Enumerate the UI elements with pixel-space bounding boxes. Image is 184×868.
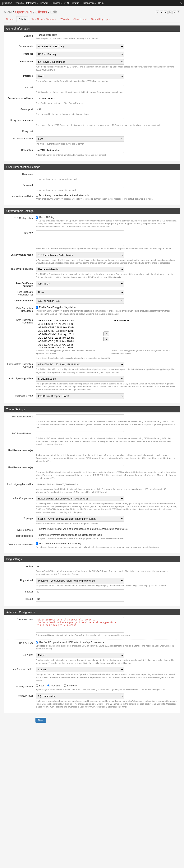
udp-fast-checkbox[interactable]	[36, 641, 38, 644]
menu-services[interactable]: Services	[52, 2, 62, 4]
menu-vpn[interactable]: VPN	[64, 2, 70, 4]
menu-help[interactable]: Help	[98, 2, 104, 4]
menu-diagnostics[interactable]: Diagnostics	[83, 2, 96, 4]
tos-checkbox[interactable]	[36, 528, 38, 530]
add-alg-button[interactable]: »	[103, 332, 109, 336]
no-pull-checkbox[interactable]	[36, 534, 38, 536]
proxy-port-input[interactable]	[36, 129, 124, 134]
disabled-checkbox[interactable]	[36, 34, 38, 36]
ipv6-remote-input[interactable]	[36, 465, 124, 470]
tls-key-textarea[interactable]	[36, 230, 124, 246]
save-button[interactable]: Save	[35, 718, 46, 723]
server-mode-select[interactable]: Peer to Peer ( SSL/TLS )	[36, 44, 124, 49]
ping-method-select[interactable]: keepalive -- Use keepalive helper to def…	[36, 578, 124, 584]
local-port-input[interactable]	[36, 85, 124, 90]
gateway-ipv6-radio[interactable]	[64, 684, 66, 687]
device-mode-select[interactable]: tun - Layer 3 Tunnel Mode	[36, 59, 124, 65]
ipv4-tunnel-input[interactable]	[36, 414, 124, 419]
compression-select[interactable]: Refuse any non-stub compression (Most se…	[36, 496, 124, 501]
proxy-auth-select[interactable]: none	[36, 136, 124, 142]
menu-status[interactable]: Status	[72, 2, 80, 4]
username-input[interactable]	[36, 172, 124, 177]
logout-icon[interactable]: ↪	[180, 2, 182, 4]
menu-interfaces[interactable]: Interfaces	[26, 2, 38, 4]
interval-input[interactable]	[36, 589, 124, 594]
auth-retry-checkbox[interactable]	[36, 194, 38, 196]
peer-crl-select[interactable]: None	[36, 290, 124, 295]
tab-cso[interactable]: Client Specific Overrides	[28, 16, 58, 22]
inactive-input[interactable]	[36, 564, 124, 569]
help-icon[interactable]: ?	[177, 10, 180, 14]
crumb-vpn: VPN	[4, 10, 12, 14]
available-algorithms-list[interactable]: AES-128-CBC (128 bit key, 128 bit block)…	[36, 318, 74, 348]
section-ping: Ping settings	[4, 556, 180, 562]
protocol-select[interactable]: UDP on IPv4 only	[36, 52, 124, 57]
section-general: General Information	[4, 26, 180, 32]
action-icon[interactable]: ↻	[156, 10, 159, 14]
hw-crypto-select[interactable]: Intel RDRAND engine - RAND	[36, 394, 124, 399]
password-input[interactable]	[36, 183, 124, 188]
crumb-edit: Edit	[50, 10, 57, 14]
ipv4-remote-input[interactable]	[36, 448, 124, 453]
client-cert-select[interactable]: AirVPN_cert (In Use)	[36, 298, 124, 304]
top-nav: pfsense System Interfaces Firewall Servi…	[0, 0, 184, 6]
proxy-host-input[interactable]	[36, 118, 124, 123]
server-port-input[interactable]	[36, 107, 124, 112]
tab-wizards[interactable]: Wizards	[58, 16, 71, 22]
no-add-checkbox[interactable]	[36, 542, 38, 545]
action-icon[interactable]: ▶	[160, 10, 163, 14]
crumb-clients[interactable]: Clients	[35, 10, 47, 14]
tls-usage-select[interactable]: TLS Encryption and Authentication	[36, 252, 124, 258]
section-advanced: Advanced Configuration	[4, 609, 180, 615]
timeout-input[interactable]	[36, 597, 124, 602]
tab-shared-key[interactable]: Shared Key Export	[89, 16, 113, 22]
limit-bw-input[interactable]	[36, 482, 124, 487]
description-input[interactable]	[36, 148, 124, 153]
gateway-both-radio[interactable]	[36, 684, 38, 687]
tls-keydir-select[interactable]: Use default direction	[36, 267, 124, 272]
menu-system[interactable]: System	[15, 2, 24, 4]
auth-digest-select[interactable]: SHA512 (512-bit)	[36, 376, 124, 381]
verbosity-select[interactable]: 3 (recommended)	[36, 693, 124, 699]
action-icon[interactable]: ≡	[173, 10, 176, 14]
interface-select[interactable]: WAN	[36, 74, 124, 79]
tabs: Servers Clients Client Specific Override…	[4, 16, 180, 23]
custom-options-textarea[interactable]: client;remote-cert-tls server;tls-crypt-…	[36, 617, 124, 632]
section-crypto: Cryptographic Settings	[4, 208, 180, 214]
topology-select[interactable]: Subnet -- One IP address per client in a…	[36, 516, 124, 522]
gateway-ipv4-radio[interactable]	[47, 684, 50, 687]
peer-ca-select[interactable]: AirVPN_CA	[36, 281, 124, 286]
fallback-select[interactable]: AES-256-CBC (256 bit key, 128 bit block)	[36, 362, 124, 367]
exit-notify-select[interactable]: Retry 1x	[36, 653, 124, 658]
ipv6-tunnel-input[interactable]	[36, 431, 124, 436]
action-icon[interactable]: ⎘	[168, 10, 172, 14]
tab-clients[interactable]: Clients	[16, 16, 28, 23]
tab-servers[interactable]: Servers	[4, 16, 16, 22]
breadcrumb: VPN / OpenVPN / Clients / Edit ↻ ▶ ■ ⎘ ≡…	[4, 8, 180, 16]
crumb-openvpn[interactable]: OpenVPN	[15, 10, 32, 14]
data-neg-checkbox[interactable]	[36, 306, 38, 309]
tab-client-export[interactable]: Client Export	[71, 16, 89, 22]
remove-alg-button[interactable]: «	[103, 337, 109, 341]
action-icon[interactable]: ■	[164, 10, 167, 14]
server-host-input[interactable]	[36, 96, 124, 101]
section-tunnel: Tunnel Settings	[4, 406, 180, 412]
section-userauth: User Authentication Settings	[4, 164, 180, 170]
tls-config-checkbox[interactable]	[36, 216, 38, 219]
sndrcv-select[interactable]: 512 KiB	[36, 667, 124, 672]
menu-firewall[interactable]: Firewall	[40, 2, 49, 4]
logo: pfsense	[2, 2, 12, 5]
selected-algorithms-list[interactable]: AES-256-GCM	[111, 318, 149, 348]
